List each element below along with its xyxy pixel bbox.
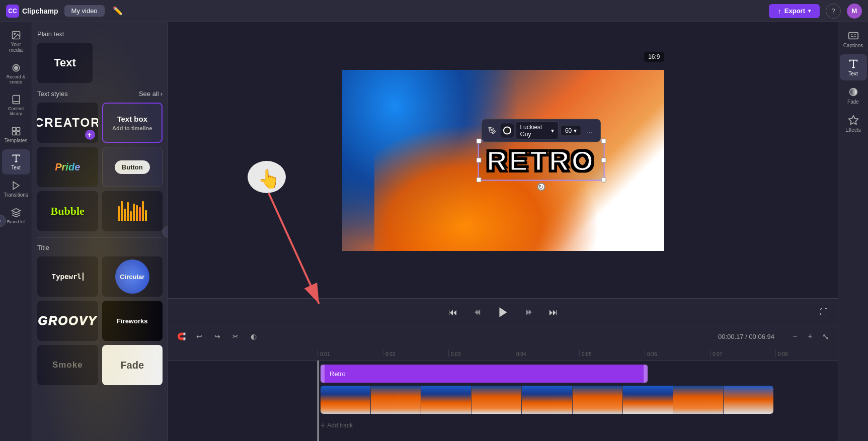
pen-icon xyxy=(488,126,496,134)
sidebar-label-your-media: Your media xyxy=(4,42,28,53)
handle-middle-left[interactable] xyxy=(476,158,481,163)
right-tool-text[interactable]: Text xyxy=(840,54,867,80)
fullscreen-button[interactable]: ⛶ xyxy=(820,308,828,317)
forward-button[interactable] xyxy=(520,304,537,321)
sidebar-item-your-media[interactable]: Your media xyxy=(2,26,30,57)
sidebar-item-templates[interactable]: Templates xyxy=(2,122,30,147)
effects-icon xyxy=(848,115,859,126)
plus-icon: + xyxy=(321,421,325,430)
svg-rect-5 xyxy=(16,128,20,131)
text-panel: Plain text Text Text styles See all › CR… xyxy=(32,22,168,441)
rename-icon[interactable]: ✏️ xyxy=(111,4,125,18)
text-color-button[interactable] xyxy=(501,123,514,137)
handle-top-left[interactable] xyxy=(476,138,481,143)
video-canvas[interactable]: Luckiest Guy ▾ 60 ▾ ... xyxy=(342,70,664,251)
rotate-handle[interactable]: ↻ xyxy=(537,183,545,191)
timeline-tracks: Retro xyxy=(168,361,838,441)
font-selector[interactable]: Luckiest Guy ▾ xyxy=(515,121,559,139)
sidebar-label-text: Text xyxy=(11,165,20,170)
font-name: Luckiest Guy xyxy=(520,123,549,137)
ruler-mark-7: 0:08 xyxy=(775,349,838,357)
right-tool-fade[interactable]: Fade xyxy=(840,82,867,109)
current-tab[interactable]: My video xyxy=(64,5,105,17)
main-layout: Your media Record &create Contentlibrary xyxy=(0,22,868,441)
sidebar-item-record[interactable]: Record &create xyxy=(2,59,30,89)
handle-middle-right[interactable] xyxy=(601,158,606,163)
canvas-wrapper: 16:9 xyxy=(342,70,664,251)
magnet-tool[interactable]: 🧲 xyxy=(174,329,188,343)
font-size-value: 60 xyxy=(565,127,572,134)
sidebar-item-content-library[interactable]: Contentlibrary xyxy=(2,91,30,120)
upload-icon: ↑ xyxy=(778,7,781,15)
ruler-mark-1: 0:02 xyxy=(383,349,448,357)
sidebar-label-brand: Brand kit xyxy=(7,219,25,224)
svg-line-14 xyxy=(269,193,319,304)
logo-icon: CC xyxy=(6,5,19,18)
video-thumb-9 xyxy=(724,386,773,414)
sidebar-item-text[interactable]: Text xyxy=(2,149,30,174)
video-thumb-7 xyxy=(623,386,673,414)
right-tool-captions[interactable]: Captions xyxy=(840,26,867,52)
ruler-mark-6: 0:07 xyxy=(710,349,775,357)
rewind-button[interactable] xyxy=(469,304,487,321)
help-button[interactable]: ? xyxy=(826,4,841,19)
text-track-right-handle[interactable] xyxy=(644,365,648,383)
svg-rect-7 xyxy=(16,132,20,135)
video-thumb-8 xyxy=(673,386,724,414)
svg-marker-10 xyxy=(13,182,19,190)
templates-icon xyxy=(11,126,21,136)
ruler-marks: 0:01 0:02 0:03 0:04 0:05 0:06 0:07 0:08 … xyxy=(318,349,838,357)
handle-top-right[interactable] xyxy=(601,138,606,143)
handle-bottom-left[interactable] xyxy=(476,177,481,182)
add-track-button[interactable]: + Add track xyxy=(321,421,353,430)
size-chevron-icon: ▾ xyxy=(574,127,577,134)
record-icon xyxy=(11,63,21,73)
text-toolbar: Luckiest Guy ▾ 60 ▾ ... xyxy=(481,119,600,142)
retro-text[interactable]: ReTRo xyxy=(487,144,595,177)
ruler-mark-3: 0:04 xyxy=(514,349,579,357)
font-size-selector[interactable]: 60 ▾ xyxy=(561,125,581,136)
right-panel: Captions Text Fade xyxy=(838,22,868,441)
add-track-row[interactable]: + Add track xyxy=(172,417,838,434)
skip-to-end-button[interactable]: ⏭ xyxy=(545,304,562,321)
mark-tool[interactable]: ◐ xyxy=(247,329,261,343)
more-options-button[interactable]: ... xyxy=(583,123,596,137)
redo-button[interactable]: ↪ xyxy=(210,329,224,343)
sidebar-item-brand-kit[interactable]: Brand kit xyxy=(2,204,30,228)
ruler-mark-4: 0:05 xyxy=(579,349,645,357)
topbar: CC Clipchamp My video ✏️ ↑ Export ▾ ? M xyxy=(0,0,868,22)
handle-bottom-right[interactable] xyxy=(601,177,606,182)
app-logo[interactable]: CC Clipchamp xyxy=(6,5,58,18)
sidebar-item-transitions[interactable]: Transitions xyxy=(2,177,30,202)
text-track-left-handle[interactable] xyxy=(321,365,325,383)
title-card-fireworks[interactable]: Fireworks xyxy=(102,301,163,341)
pen-tool-button[interactable] xyxy=(486,123,499,137)
zoom-in-button[interactable]: + xyxy=(804,330,817,343)
video-thumb-1 xyxy=(321,386,371,414)
library-icon xyxy=(11,95,21,105)
right-tool-effects[interactable]: Effects xyxy=(840,111,867,137)
play-button[interactable] xyxy=(495,304,512,321)
cut-tool[interactable]: ✂ xyxy=(228,329,243,343)
undo-button[interactable]: ↩ xyxy=(192,329,206,343)
captions-icon xyxy=(848,30,859,41)
video-thumb-3 xyxy=(421,386,471,414)
video-thumb-5 xyxy=(522,386,572,414)
retro-text-container[interactable]: Luckiest Guy ▾ 60 ▾ ... xyxy=(478,140,604,181)
text-right-label: Text xyxy=(848,71,857,76)
skip-to-start-button[interactable]: ⏮ xyxy=(444,304,461,321)
video-track-thumbnails xyxy=(321,386,773,414)
text-track-clip[interactable]: Retro xyxy=(321,365,648,383)
zoom-controls: − + ⤡ xyxy=(788,330,832,343)
effects-label: Effects xyxy=(845,127,860,133)
timeline-toolbar: 🧲 ↩ ↪ ✂ ◐ 00:00.17 / 00:06.94 − + ⤡ xyxy=(168,326,838,346)
zoom-out-button[interactable]: − xyxy=(788,330,802,343)
export-button[interactable]: ↑ Export ▾ xyxy=(769,4,820,18)
svg-rect-4 xyxy=(12,128,16,131)
timeline: 🧲 ↩ ↪ ✂ ◐ 00:00.17 / 00:06.94 − + ⤡ 0:01… xyxy=(168,326,838,441)
sidebar-label-templates: Templates xyxy=(5,138,28,143)
user-avatar[interactable]: M xyxy=(847,4,862,19)
fit-timeline-button[interactable]: ⤡ xyxy=(819,330,832,343)
svg-point-11 xyxy=(491,129,493,131)
video-track-clip[interactable] xyxy=(321,386,773,414)
